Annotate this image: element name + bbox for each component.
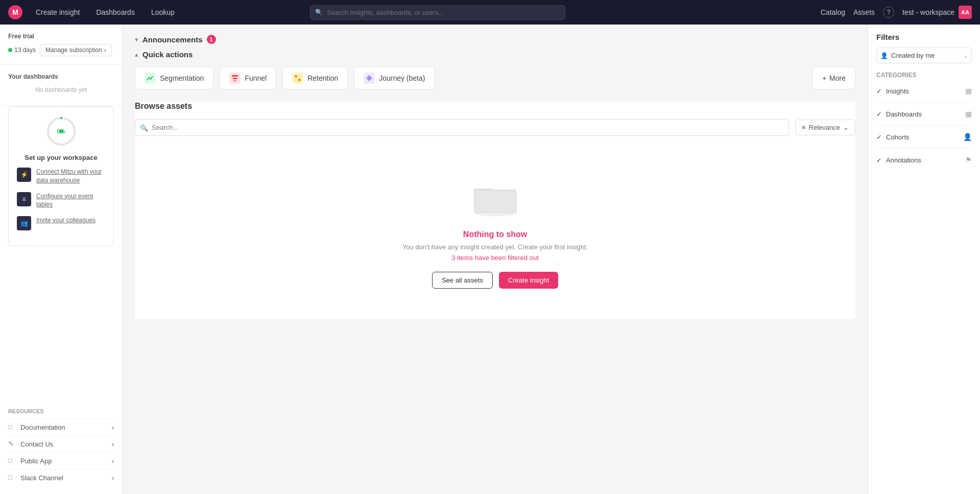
resources-title: Resources: [8, 408, 114, 414]
plus-icon: +: [822, 74, 826, 82]
slack-chevron: ›: [112, 474, 114, 482]
category-cohorts: ✓ Cohorts 👤: [876, 130, 972, 144]
cohorts-label: Cohorts: [886, 133, 910, 141]
category-insights: ✓ Insights ▦: [876, 84, 972, 98]
workspace-menu[interactable]: test - workspace AA: [902, 6, 972, 19]
contact-chevron: ›: [112, 440, 114, 448]
configure-link[interactable]: Configure your event tables: [36, 193, 93, 208]
insights-label: Insights: [886, 87, 909, 95]
chevron-right-icon: ›: [104, 46, 106, 54]
sidebar: Free trial 13 days Manage subscription ›…: [0, 25, 123, 494]
svg-marker-10: [366, 75, 372, 81]
manage-subscription-button[interactable]: Manage subscription ›: [40, 44, 112, 56]
divider-2: [876, 125, 972, 126]
announcements-toggle-icon: ▾: [135, 36, 138, 43]
search-container: 🔍: [310, 5, 565, 20]
svg-rect-6: [295, 75, 297, 78]
quick-actions-title: Quick actions: [142, 50, 193, 59]
setup-item-connect: ⚡ Connect Mitzu with your data warehouse: [17, 168, 105, 185]
public-app-chevron: ›: [112, 457, 114, 465]
empty-desc: You don't have any insight created yet. …: [402, 243, 588, 251]
retention-button[interactable]: Retention: [282, 67, 348, 89]
dashboards-label: Dashboards: [886, 110, 922, 118]
create-insight-nav[interactable]: Create insight: [33, 6, 83, 18]
invite-link[interactable]: Invite your colleagues: [36, 217, 95, 224]
cohorts-icon: 👤: [963, 133, 972, 141]
announcements-row[interactable]: ▾ Announcements 1: [135, 35, 855, 44]
create-insight-button[interactable]: Create insight: [499, 272, 558, 289]
empty-title: Nothing to show: [463, 230, 527, 239]
filter-select-chevron-icon: ⌄: [964, 53, 968, 58]
dashboards-check-icon: ✓: [876, 110, 882, 118]
journey-button[interactable]: Journey (beta): [354, 67, 435, 89]
slack-icon: □: [8, 474, 16, 482]
setup-workspace-card: 0% Set up your workspace ⚡ Connect Mitzu…: [8, 106, 114, 246]
main-content: ▾ Announcements 1 ▴ Quick actions: [123, 25, 868, 494]
no-dashboards-text: No dashboards yet: [8, 84, 114, 98]
help-button[interactable]: ?: [883, 7, 894, 18]
categories-title: Categories: [876, 72, 972, 79]
retention-icon: [292, 73, 303, 84]
announcements-title: Announcements: [142, 35, 203, 44]
setup-title: Set up your workspace: [17, 154, 105, 161]
lookup-nav[interactable]: Lookup: [148, 6, 178, 18]
topnav: M Create insight Dashboards Lookup 🔍 Cat…: [0, 0, 980, 25]
documentation-chevron: ›: [112, 424, 114, 431]
funnel-icon: [229, 73, 241, 84]
category-annotations: ✓ Annotations ⚑: [876, 153, 972, 167]
public-app-label: Public App: [20, 457, 52, 465]
insights-icon: ▦: [965, 87, 972, 95]
progress-circle: 0%: [45, 115, 78, 148]
see-all-assets-button[interactable]: See all assets: [432, 272, 493, 289]
empty-state: Nothing to show You don't have any insig…: [135, 146, 855, 319]
your-dashboards-section: Your dashboards No dashboards yet: [0, 65, 122, 106]
documentation-icon: □: [8, 423, 16, 431]
resource-contact-us[interactable]: ✎ Contact Us ›: [8, 435, 114, 452]
created-by-select[interactable]: Created by me: [876, 48, 972, 63]
cohorts-check-icon: ✓: [876, 133, 882, 141]
setup-icon-invite: 👥: [17, 216, 31, 230]
resource-public-app[interactable]: □ Public App ›: [8, 452, 114, 469]
contact-label: Contact Us: [20, 440, 53, 448]
svg-rect-3: [232, 75, 238, 77]
funnel-button[interactable]: Funnel: [220, 67, 276, 89]
relevance-chevron-icon: ⌄: [843, 124, 849, 131]
user-avatar: AA: [959, 6, 972, 19]
segmentation-button[interactable]: Segmentation: [135, 67, 213, 89]
trial-row: 13 days Manage subscription ›: [8, 44, 114, 56]
progress-circle-wrap: 0%: [17, 115, 105, 148]
browse-search-input[interactable]: [135, 119, 789, 136]
resource-documentation[interactable]: □ Documentation ›: [8, 418, 114, 435]
free-trial-label: Free trial: [8, 33, 114, 40]
svg-rect-14: [475, 191, 516, 213]
dashboards-nav[interactable]: Dashboards: [93, 6, 138, 18]
catalog-nav[interactable]: Catalog: [821, 8, 845, 16]
svg-rect-7: [298, 75, 301, 78]
setup-text-invite: Invite your colleagues: [36, 216, 95, 225]
free-trial-section: Free trial 13 days Manage subscription ›: [0, 25, 122, 65]
quick-actions-row[interactable]: ▴ Quick actions: [135, 50, 855, 59]
resource-slack[interactable]: □ Slack Channel ›: [8, 469, 114, 486]
divider-1: [876, 102, 972, 103]
app-logo[interactable]: M: [8, 5, 22, 19]
svg-rect-4: [233, 78, 237, 79]
browse-assets-section: Browse assets 🔍 ≡ Relevance ⌄: [135, 102, 855, 319]
quick-actions-toggle-icon: ▴: [135, 51, 138, 58]
relevance-select[interactable]: ≡ Relevance ⌄: [795, 120, 855, 135]
trial-days: 13 days: [8, 46, 36, 54]
announcements-badge: 1: [207, 35, 216, 44]
assets-nav[interactable]: Assets: [853, 8, 875, 16]
setup-icon-connect: ⚡: [17, 168, 31, 182]
more-button[interactable]: + More: [812, 67, 855, 89]
setup-item-invite: 👥 Invite your colleagues: [17, 216, 105, 230]
setup-text-connect: Connect Mitzu with your data warehouse: [36, 168, 105, 185]
setup-text-configure: Configure your event tables: [36, 192, 105, 209]
setup-icon-configure: ≡: [17, 192, 31, 206]
trial-dot: [8, 48, 12, 52]
annotations-icon: ⚑: [965, 156, 972, 164]
search-input[interactable]: [310, 5, 565, 20]
empty-filter-note: 3 items have been filtered out: [451, 254, 539, 262]
slack-label: Slack Channel: [20, 474, 63, 482]
connect-link[interactable]: Connect Mitzu with your data warehouse: [36, 168, 102, 184]
setup-item-configure: ≡ Configure your event tables: [17, 192, 105, 209]
